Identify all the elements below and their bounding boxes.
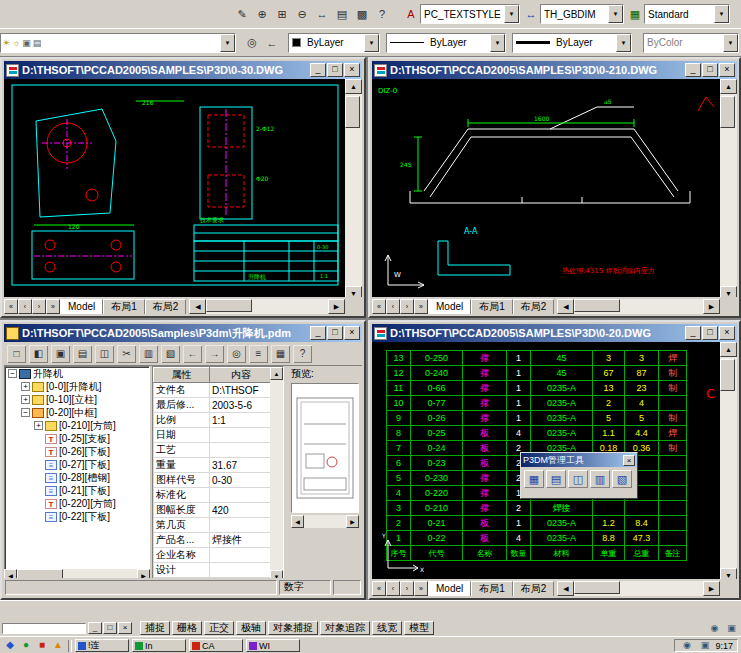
minimize-button[interactable]: _ <box>685 63 701 77</box>
text-style-icon[interactable]: A <box>402 4 420 24</box>
plot-status-icon[interactable]: ◉ <box>707 622 722 635</box>
vertical-scrollbar[interactable]: ▲ ▼ <box>345 79 362 301</box>
tree-item[interactable]: +[0-10][立柱] <box>5 393 149 406</box>
expand-toggle-icon[interactable]: + <box>34 421 43 430</box>
drawing-canvas[interactable]: 2-Φ12Φ20120216技术要求升降机0-301:1 <box>4 79 350 301</box>
property-row[interactable]: 标准化 <box>154 488 273 503</box>
property-row[interactable]: 图样代号0-30 <box>154 473 273 488</box>
scroll-track[interactable] <box>206 299 328 314</box>
expand-toggle-icon[interactable]: + <box>21 395 30 404</box>
layout-tab-model[interactable]: Model <box>428 299 471 314</box>
dropdown-arrow-icon[interactable]: ▼ <box>504 5 519 23</box>
scroll-right-icon[interactable]: ▶ <box>328 299 345 314</box>
zoom-window-icon[interactable]: ⊞ <box>272 4 292 24</box>
property-row[interactable]: 比例1:1 <box>154 413 273 428</box>
quicklaunch-1[interactable]: ◆ <box>3 639 17 652</box>
close-button[interactable]: × <box>344 326 360 340</box>
dim-style-icon[interactable]: ↔ <box>522 4 540 24</box>
cut-icon[interactable]: ✂ <box>116 344 137 364</box>
tab-nav-prev-icon[interactable]: ‹ <box>18 299 32 314</box>
copy-icon[interactable]: ▥ <box>138 344 159 364</box>
scroll-right-icon[interactable]: ▶ <box>703 299 720 314</box>
toggle-捕捉[interactable]: 捕捉 <box>140 621 170 635</box>
property-row[interactable]: 企业名称 <box>154 548 273 563</box>
preview-icon[interactable]: ◫ <box>94 344 115 364</box>
property-row[interactable]: 最后修...2003-5-6 <box>154 398 273 413</box>
scroll-left-icon[interactable]: ◀ <box>291 515 304 528</box>
quicklaunch-3[interactable]: ■ <box>35 639 49 652</box>
color-control-combo[interactable]: ByLayer ▼ <box>288 33 380 53</box>
task-button-0[interactable]: !连 <box>75 639 129 652</box>
property-row[interactable]: 工艺 <box>154 443 273 458</box>
quicklaunch-4[interactable]: ▲ <box>51 639 65 652</box>
pan-icon[interactable]: ↔ <box>312 4 332 24</box>
tab-nav-first-icon[interactable]: « <box>4 299 18 314</box>
linetype-control-combo[interactable]: ByLayer ▼ <box>386 33 506 53</box>
text-style-combo[interactable]: PC_TEXTSTYLE ▼ <box>420 4 520 24</box>
scroll-track[interactable] <box>574 299 703 314</box>
tab-nav-last-icon[interactable]: » <box>414 299 428 314</box>
window-dwg-0-30[interactable]: D:\THSOFT\PCCAD2005\SAMPLES\P3D\0-30.DWG… <box>0 57 366 318</box>
new-icon[interactable]: □ <box>6 344 27 364</box>
titlebar[interactable]: D:\THSOFT\PCCAD2005\SAMPLES\P3D\0-210.DW… <box>372 61 737 79</box>
scroll-track[interactable] <box>720 94 737 286</box>
scroll-up-icon[interactable]: ▲ <box>270 367 283 380</box>
titlebar[interactable]: D:\THSOFT\PCCAD2005\SAMPLES\P3D\0-30.DWG… <box>4 61 362 79</box>
undo-icon[interactable]: ← <box>182 344 203 364</box>
tab-nav-next-icon[interactable]: › <box>32 299 46 314</box>
scroll-left-icon[interactable]: ◀ <box>189 299 206 314</box>
scroll-thumb[interactable] <box>574 299 620 312</box>
tree-item[interactable]: +[0-210][方筒] <box>5 419 149 432</box>
find-icon[interactable]: ◎ <box>226 344 247 364</box>
tree-item[interactable]: T[0-26][下板] <box>5 445 149 458</box>
scroll-thumb[interactable] <box>720 359 735 391</box>
toggle-正交[interactable]: 正交 <box>204 621 234 635</box>
drawing-canvas[interactable]: DIZ-01600245a5A-A热处理:4315 焊后消除内应力W <box>372 79 724 301</box>
layout-tab-model[interactable]: Model <box>428 581 471 596</box>
scroll-up-icon[interactable]: ▲ <box>720 342 737 357</box>
tab-nav-prev-icon[interactable]: ‹ <box>386 299 400 314</box>
property-row[interactable]: 产品名...焊接件 <box>154 533 273 548</box>
preview-h-scrollbar[interactable]: ◀ ▶ <box>291 515 359 528</box>
props-v-scrollbar[interactable]: ▲ ▼ <box>270 367 283 582</box>
tree-item[interactable]: ≡[0-22][下板] <box>5 510 149 523</box>
p3dm-settings-tool[interactable]: ▧ <box>612 470 632 488</box>
zoom-out-icon[interactable]: ⊖ <box>292 4 312 24</box>
command-line-area[interactable] <box>0 600 741 620</box>
minimize-button[interactable]: _ <box>685 326 701 340</box>
h-scrollbar[interactable]: ◀▶ <box>557 581 720 596</box>
layout-tab-1[interactable]: 布局1 <box>471 299 513 314</box>
property-row[interactable]: 文件名D:\THSOF <box>154 383 273 398</box>
named-views-icon[interactable]: ▤ <box>332 4 352 24</box>
property-row[interactable]: 设计 <box>154 563 273 578</box>
titlebar[interactable]: D:\THSOFT\PCCAD2005\Samples\P3dm\升降机.pdm… <box>4 324 362 342</box>
task-button-1[interactable]: In <box>132 639 186 652</box>
dropdown-arrow-icon[interactable]: ▼ <box>616 34 631 52</box>
save-icon[interactable]: ▣ <box>50 344 71 364</box>
window-pdm-lifter[interactable]: D:\THSOFT\PCCAD2005\Samples\P3dm\升降机.pdm… <box>0 320 366 600</box>
layout-tab-1[interactable]: 布局1 <box>103 299 145 314</box>
layout-tab-2[interactable]: 布局2 <box>513 581 555 596</box>
palette-titlebar[interactable]: P3DM管理工具 × <box>521 453 637 467</box>
table-view-icon[interactable]: ▦ <box>270 344 291 364</box>
table-style-combo[interactable]: Standard ▼ <box>644 4 730 24</box>
close-button[interactable]: × <box>719 326 735 340</box>
clean-screen-icon[interactable]: ▣ <box>724 622 739 635</box>
property-row[interactable]: 第几页 <box>154 518 273 533</box>
scroll-track[interactable] <box>574 581 703 596</box>
tree-view-icon[interactable]: ≡ <box>248 344 269 364</box>
tree-item[interactable]: T[0-25][支板] <box>5 432 149 445</box>
window-dwg-0-210[interactable]: D:\THSOFT\PCCAD2005\SAMPLES\P3D\0-210.DW… <box>368 57 741 318</box>
scroll-left-icon[interactable]: ◀ <box>557 581 574 596</box>
minimize-button[interactable]: _ <box>310 63 326 77</box>
restore-command-button[interactable]: □ <box>103 622 117 634</box>
property-grid[interactable]: 属性 内容 文件名D:\THSOF最后修...2003-5-6比例1:1日期工艺… <box>152 366 284 582</box>
property-row[interactable]: 图幅长度420 <box>154 503 273 518</box>
tree-item[interactable]: −[0-20][中框] <box>5 406 149 419</box>
toggle-线宽[interactable]: 线宽 <box>372 621 402 635</box>
scroll-thumb[interactable] <box>206 299 252 312</box>
p3dm-table-tool[interactable]: ▥ <box>590 470 610 488</box>
toggle-栅格[interactable]: 栅格 <box>172 621 202 635</box>
p3dm-edit-tool[interactable]: ▤ <box>546 470 566 488</box>
restore-button[interactable]: □ <box>702 326 718 340</box>
